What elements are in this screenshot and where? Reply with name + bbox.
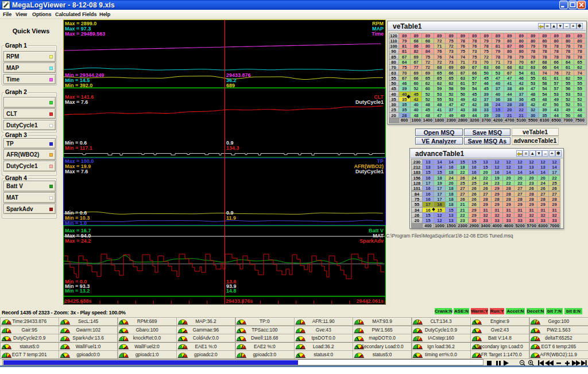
svg-text:Time: Time [372, 31, 384, 37]
svg-text:11.9: 11.9 [226, 215, 236, 221]
svg-text:Min = 13.2: Min = 13.2 [65, 288, 90, 294]
svg-text:SparkAdv: SparkAdv [359, 238, 384, 244]
svg-text:134.3: 134.3 [226, 145, 239, 151]
svg-text:Max = 7.6: Max = 7.6 [65, 99, 88, 105]
svg-text:Max = 29489.563: Max = 29489.563 [65, 31, 105, 37]
svg-text:14.8: 14.8 [226, 288, 237, 294]
svg-text:Min = 1.0: Min = 1.0 [65, 220, 87, 226]
svg-text:Max = 24.2: Max = 24.2 [65, 238, 91, 244]
svg-text:29433.876s: 29433.876s [226, 298, 253, 304]
svg-text:689: 689 [226, 83, 235, 88]
svg-text:Min = 117.1: Min = 117.1 [65, 145, 92, 151]
svg-text:29425.688s: 29425.688s [64, 298, 92, 304]
svg-text:Max = 7.6: Max = 7.6 [65, 169, 88, 174]
svg-text:Min = 392.0: Min = 392.0 [65, 83, 92, 88]
svg-text:29442.061s: 29442.061s [356, 298, 384, 304]
svg-text:DutyCycle1: DutyCycle1 [355, 169, 384, 174]
svg-text:DutyCycle1: DutyCycle1 [355, 99, 384, 105]
